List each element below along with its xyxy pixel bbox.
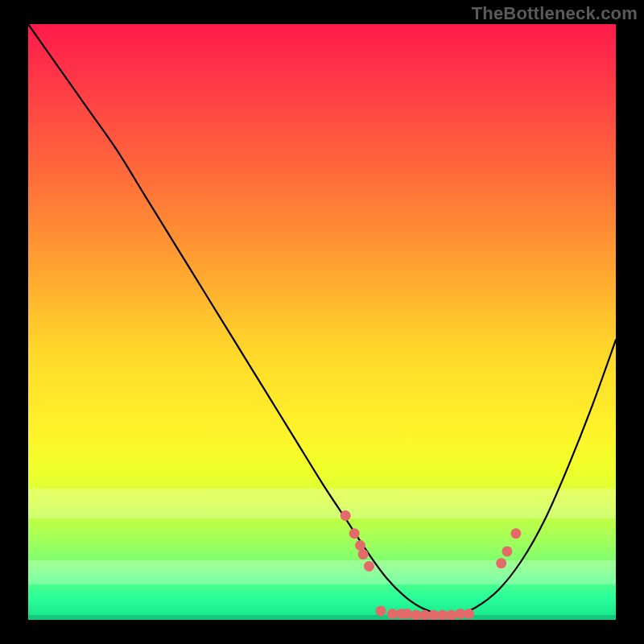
chart-svg — [28, 24, 616, 620]
data-marker — [349, 528, 360, 539]
data-marker — [402, 609, 412, 619]
data-marker — [496, 558, 506, 568]
data-marker — [355, 540, 365, 551]
data-marker — [358, 549, 369, 559]
data-marker — [510, 528, 521, 539]
watermark-text: TheBottleneck.com — [472, 3, 638, 24]
plot-area — [28, 24, 616, 620]
bottleneck-curve — [28, 24, 616, 615]
data-marker — [341, 510, 351, 521]
data-marker — [376, 605, 386, 616]
data-marker — [364, 561, 374, 572]
chart-container: TheBottleneck.com — [0, 0, 644, 644]
data-marker — [502, 546, 512, 556]
data-marker — [446, 610, 456, 620]
marker-group — [341, 510, 522, 620]
data-marker — [464, 609, 474, 619]
